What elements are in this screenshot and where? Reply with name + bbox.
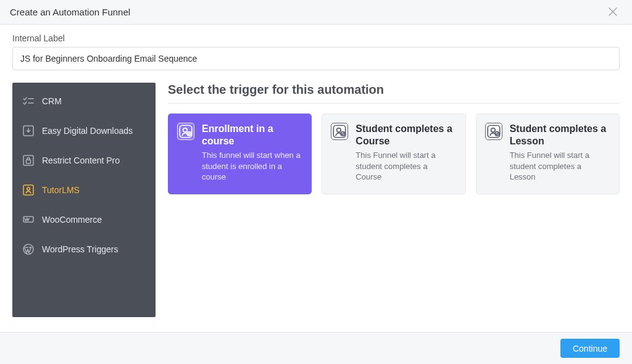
svg-point-8 [183,128,188,133]
sidebar-item-label: CRM [42,96,62,106]
trigger-main-panel: Select the trigger for this automation E… [156,83,620,326]
svg-rect-2 [27,160,31,163]
sidebar-item-crm[interactable]: CRM [12,86,156,116]
trigger-card-enrollment[interactable]: Enrollment in a course This funnel will … [168,114,312,194]
lock-box-icon [22,154,35,167]
close-icon[interactable] [604,4,622,20]
trigger-card-desc: This Funnel will start a student complet… [510,150,609,183]
trigger-card-complete-lesson[interactable]: Student completes a Lesson This Funnel w… [476,114,620,194]
sidebar-item-label: Easy Digital Downloads [42,126,133,136]
sidebar-item-wordpress[interactable]: WordPress Triggers [12,234,156,264]
content-row: CRM Easy Digital Downloads Restrict Cont… [12,83,620,326]
modal-body: Internal Label CRM Easy Digital Download… [0,25,632,332]
sidebar-item-label: Restrict Content Pro [42,155,120,165]
sidebar-item-label: WordPress Triggers [42,244,118,254]
woo-icon [22,213,35,226]
section-title: Select the trigger for this automation [168,83,620,104]
trigger-card-title: Student completes a Lesson [510,123,609,147]
automation-funnel-modal: Create an Automation Funnel Internal Lab… [0,0,632,364]
sidebar-item-woocommerce[interactable]: WooCommerce [12,205,156,234]
trigger-complete-lesson-icon [485,123,502,140]
sidebar-item-label: WooCommerce [42,215,102,225]
internal-label-caption: Internal Label [12,33,620,43]
wordpress-icon [22,243,35,255]
sidebar-item-edd[interactable]: Easy Digital Downloads [12,116,156,146]
trigger-enrollment-icon [177,123,194,140]
trigger-card-desc: This funnel will start when a student is… [202,150,301,183]
trigger-card-complete-course[interactable]: Student completes a Course This Funnel w… [322,114,465,194]
trigger-category-sidebar: CRM Easy Digital Downloads Restrict Cont… [12,83,156,317]
trigger-card-text: Enrollment in a course This funnel will … [202,123,301,183]
trigger-card-text: Student completes a Lesson This Funnel w… [510,123,609,183]
trigger-card-desc: This Funnel will start a student complet… [356,150,455,183]
trigger-card-title: Student completes a Course [356,123,455,147]
modal-header: Create an Automation Funnel [0,0,632,25]
trigger-card-title: Enrollment in a course [202,123,301,147]
svg-point-4 [27,188,30,190]
sidebar-item-label: TutorLMS [42,185,80,195]
download-box-icon [22,125,35,137]
sidebar-item-tutorlms[interactable]: TutorLMS [12,175,156,205]
modal-footer: Continue [0,332,632,364]
sidebar-item-rcp[interactable]: Restrict Content Pro [12,146,156,175]
svg-point-11 [337,128,341,133]
trigger-complete-course-icon [331,123,348,140]
continue-button[interactable]: Continue [560,339,620,358]
tutor-icon [22,184,35,196]
trigger-cards: Enrollment in a course This funnel will … [168,114,620,194]
internal-label-input[interactable] [12,47,620,70]
modal-title: Create an Automation Funnel [10,7,130,17]
trigger-card-text: Student completes a Course This Funnel w… [356,123,455,183]
svg-point-14 [491,128,495,133]
check-list-icon [22,95,35,107]
